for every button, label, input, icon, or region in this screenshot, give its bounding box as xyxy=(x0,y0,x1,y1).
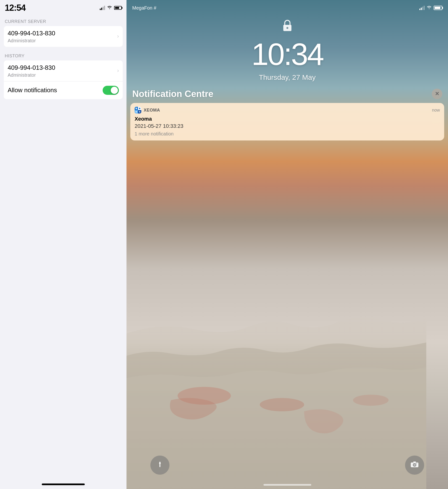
close-icon: ✕ xyxy=(435,91,439,97)
history-section: 409-994-013-830 Administrator › Allow no… xyxy=(4,60,123,99)
close-button[interactable]: ✕ xyxy=(432,89,442,99)
chevron-icon-current: › xyxy=(117,33,119,39)
notification-centre-header: Notification Centre ✕ xyxy=(127,84,448,103)
status-bar-right: MegaFon # xyxy=(127,0,448,14)
app-icon xyxy=(135,107,141,114)
svg-point-4 xyxy=(286,27,288,29)
lock-time: 10:34 xyxy=(127,36,448,72)
status-bar-left: 12:54 xyxy=(0,0,127,14)
status-icons-left xyxy=(100,6,122,10)
history-server-item[interactable]: 409-994-013-830 Administrator › xyxy=(4,60,123,82)
home-indicator-left xyxy=(42,483,85,485)
current-server-role: Administrator xyxy=(8,38,115,43)
notification-centre-title: Notification Centre xyxy=(132,89,213,99)
allow-notifications-row: Allow notifications xyxy=(4,82,123,99)
battery-icon-right xyxy=(434,6,442,10)
lock-icon-container xyxy=(127,19,448,34)
flashlight-button[interactable] xyxy=(150,456,169,475)
notification-time: now xyxy=(432,108,440,113)
svg-point-9 xyxy=(416,463,417,464)
battery-icon-left xyxy=(114,6,122,10)
wifi-icon-left xyxy=(107,6,112,10)
current-server-item[interactable]: 409-994-013-830 Administrator › xyxy=(4,26,123,47)
notifications-toggle[interactable] xyxy=(103,86,119,95)
time-left: 12:54 xyxy=(5,3,25,13)
notification-card[interactable]: XEOMA now Xeoma 2021-05-27 10:33:23 1 mo… xyxy=(130,103,444,141)
history-server-role: Administrator xyxy=(8,72,115,78)
notification-title: Xeoma xyxy=(135,116,440,122)
flashlight-icon xyxy=(156,460,164,470)
history-header: HISTORY xyxy=(0,49,127,60)
allow-notifications-label: Allow notifications xyxy=(8,86,103,94)
lock-icon xyxy=(281,19,293,33)
notification-header: XEOMA now xyxy=(135,107,440,114)
rock-terrain xyxy=(127,245,426,489)
history-server-id: 409-994-013-830 xyxy=(8,64,115,72)
bottom-controls xyxy=(127,456,448,475)
home-indicator-right xyxy=(264,484,311,486)
notification-more: 1 more notification xyxy=(135,131,440,137)
notification-body: 2021-05-27 10:33:23 xyxy=(135,123,440,129)
svg-point-1 xyxy=(260,398,304,411)
chevron-icon-history: › xyxy=(117,68,119,74)
right-panel: MegaFon # xyxy=(127,0,448,489)
svg-point-2 xyxy=(353,395,389,406)
camera-icon xyxy=(410,461,419,470)
lock-date: Thursday, 27 May xyxy=(127,73,448,82)
left-panel: 12:54 CURRENT SERVER xyxy=(0,0,127,489)
app-name: XEOMA xyxy=(144,108,160,113)
current-server-id: 409-994-013-830 xyxy=(8,29,115,38)
carrier-name: MegaFon # xyxy=(132,5,156,11)
svg-point-5 xyxy=(159,462,161,464)
current-server-header: CURRENT SERVER xyxy=(0,14,127,26)
camera-button[interactable] xyxy=(405,456,424,475)
signal-bars-right xyxy=(419,6,425,10)
toggle-knob xyxy=(111,87,118,94)
current-server-section: 409-994-013-830 Administrator › xyxy=(4,26,123,47)
signal-bars-left xyxy=(100,6,105,10)
svg-point-8 xyxy=(414,464,416,466)
status-icons-right xyxy=(419,6,442,10)
wifi-icon-right xyxy=(426,6,432,10)
